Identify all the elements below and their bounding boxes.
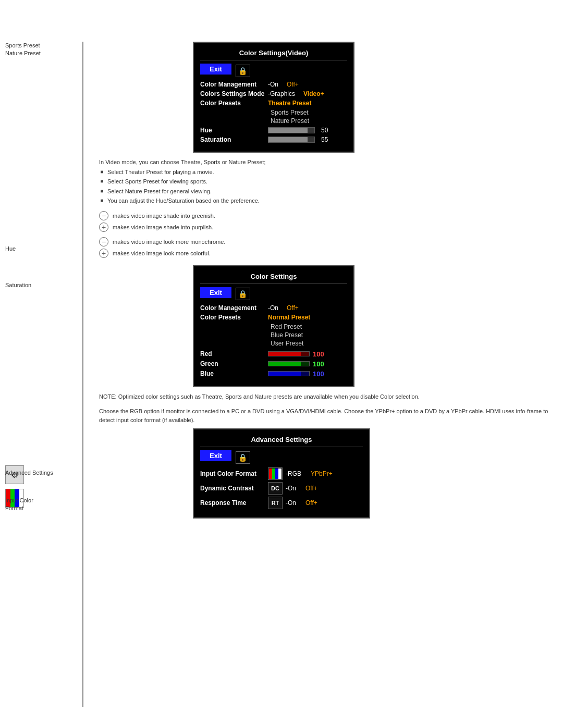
exit-button-video[interactable]: Exit (200, 64, 231, 75)
dynamic-contrast-on[interactable]: -On (286, 485, 296, 492)
color-presets-row-video: Color Presets Theatre Preset (200, 100, 347, 107)
saturation-minus-icon: − (99, 237, 108, 246)
hue-slider-row: Hue 50 (200, 127, 347, 134)
color-management-on-video[interactable]: -On (268, 81, 278, 88)
bullet-3: ◾ (99, 188, 105, 195)
color-presets-row: Color Presets Normal Preset (200, 314, 347, 321)
response-time-row: Response Time RT -On Off+ (200, 497, 363, 509)
exit-icon-video: 🔒 (236, 65, 250, 77)
color-management-row: Color Management -On Off+ (200, 304, 347, 312)
exit-icon-color: 🔒 (236, 288, 250, 300)
color-settings-menu: Color Settings Exit 🔒 Color Management -… (193, 265, 354, 387)
bullet-1: ◾ (99, 168, 105, 176)
hue-value-video: 50 (321, 127, 328, 134)
color-management-on[interactable]: -On (268, 304, 278, 312)
input-color-rgb[interactable]: -RGB (286, 470, 301, 477)
sidebar-saturation-label: Saturation (5, 281, 31, 289)
green-row: Green 100 (200, 360, 347, 368)
color-settings-title: Color Settings (200, 270, 347, 284)
input-color-format-icon (268, 467, 283, 480)
sidebar-hue-label: Hue (5, 245, 16, 253)
color-management-off-video[interactable]: Off+ (287, 81, 299, 88)
sports-preset-item[interactable]: Sports Preset (200, 109, 347, 116)
dynamic-contrast-row: Dynamic Contrast DC -On Off+ (200, 482, 363, 495)
hue-plus-text: makes video image shade into purplish. (113, 224, 213, 230)
desc-item-3: ◾ Select Nature Preset for general viewi… (99, 187, 553, 196)
color-presets-label-video: Color Presets (200, 100, 268, 107)
colors-settings-mode-row: Colors Settings Mode -Graphics Video+ (200, 90, 347, 97)
saturation-section: − makes video image look more monochrome… (99, 237, 553, 258)
sidebar: Sports Preset Nature Preset Hue Saturati… (0, 42, 83, 707)
response-time-label: Response Time (200, 499, 268, 507)
colors-settings-mode-label: Colors Settings Mode (200, 90, 268, 97)
advanced-note: Choose the RGB option if monitor is conn… (99, 407, 553, 424)
theatre-preset-value[interactable]: Theatre Preset (268, 100, 311, 107)
exit-button-advanced[interactable]: Exit (200, 450, 231, 461)
hue-plus-item: + makes video image shade into purplish. (99, 223, 553, 232)
video-description-block: In Video mode, you can choose Theatre, S… (99, 158, 553, 206)
user-preset-item[interactable]: User Preset (200, 340, 347, 347)
desc-item-4: ◾ You can adjust the Hue/Saturation base… (99, 196, 553, 206)
color-management-off[interactable]: Off+ (287, 304, 299, 312)
exit-icon-advanced: 🔒 (236, 451, 250, 464)
color-settings-video-title: Color Settings(Video) (200, 47, 347, 60)
saturation-plus-icon: + (99, 249, 108, 258)
response-time-off[interactable]: Off+ (305, 499, 317, 507)
hue-plus-icon: + (99, 223, 108, 232)
blue-row: Blue 100 (200, 370, 347, 378)
green-slider[interactable] (268, 361, 310, 366)
red-preset-item[interactable]: Red Preset (200, 323, 347, 330)
desc-item-2: ◾ Select Sports Preset for viewing sport… (99, 177, 553, 187)
hue-minus-text: makes video image shade into greenish. (113, 213, 215, 219)
hue-section: − makes video image shade into greenish.… (99, 211, 553, 232)
saturation-plus-text: makes video image look more colorful. (113, 250, 211, 256)
blue-label: Blue (200, 370, 268, 377)
input-color-ypbpr[interactable]: YPbPr+ (311, 470, 333, 477)
colors-settings-mode-video[interactable]: Video+ (303, 90, 324, 97)
nature-preset-item[interactable]: Nature Preset (200, 117, 347, 125)
saturation-plus-item: + makes video image look more colorful. (99, 249, 553, 258)
sidebar-advanced-label: Advanced Settings (5, 469, 53, 477)
blue-value: 100 (313, 370, 324, 378)
blue-slider[interactable] (268, 371, 310, 376)
green-label: Green (200, 360, 268, 367)
color-presets-label: Color Presets (200, 314, 268, 321)
color-management-row-video: Color Management -On Off+ (200, 81, 347, 88)
sidebar-sports-preset: Sports Preset Nature Preset (5, 42, 41, 58)
red-label: Red (200, 350, 268, 357)
color-management-label: Color Management (200, 304, 268, 312)
response-time-icon: RT (268, 497, 283, 509)
main-content: Color Settings(Video) Exit 🔒 Color Manag… (83, 42, 563, 707)
exit-button-color[interactable]: Exit (200, 287, 231, 298)
advanced-settings-title: Advanced Settings (200, 434, 363, 447)
color-settings-video-menu: Color Settings(Video) Exit 🔒 Color Manag… (193, 42, 354, 153)
sidebar-input-color-label: Input Color Format (5, 497, 33, 513)
advanced-settings-menu: Advanced Settings Exit 🔒 Input Color For… (193, 428, 370, 519)
saturation-label-video: Saturation (200, 136, 268, 143)
desc-item-1: ◾ Select Theater Preset for playing a mo… (99, 168, 553, 177)
color-management-label-video: Color Management (200, 81, 268, 88)
saturation-minus-text: makes video image look more monochrome. (113, 239, 225, 245)
dynamic-contrast-label: Dynamic Contrast (200, 485, 268, 492)
saturation-value-video: 55 (321, 136, 328, 143)
desc-intro: In Video mode, you can choose Theatre, S… (99, 158, 553, 167)
hue-minus-icon: − (99, 211, 108, 220)
hue-slider[interactable] (268, 127, 315, 133)
bullet-2: ◾ (99, 178, 105, 185)
colors-settings-mode-graphics[interactable]: -Graphics (268, 90, 295, 97)
red-slider[interactable] (268, 351, 310, 356)
bullet-4: ◾ (99, 197, 105, 204)
saturation-minus-item: − makes video image look more monochrome… (99, 237, 553, 246)
hue-minus-item: − makes video image shade into greenish. (99, 211, 553, 220)
normal-preset-value[interactable]: Normal Preset (268, 314, 310, 321)
dynamic-contrast-off[interactable]: Off+ (305, 485, 317, 492)
red-value: 100 (313, 350, 324, 358)
blue-preset-item[interactable]: Blue Preset (200, 331, 347, 339)
input-color-format-label: Input Color Format (200, 470, 268, 477)
response-time-on[interactable]: -On (286, 499, 296, 507)
hue-label-video: Hue (200, 127, 268, 134)
green-value: 100 (313, 360, 324, 368)
note-text: NOTE: Optimized color settings such as T… (99, 392, 553, 401)
saturation-slider[interactable] (268, 137, 315, 143)
red-row: Red 100 (200, 350, 347, 358)
